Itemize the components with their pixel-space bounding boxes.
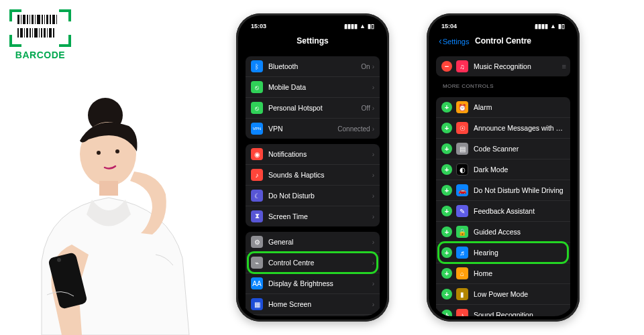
more-row-do-not-disturb-while-driving[interactable]: +🚗Do Not Disturb While Driving (436, 180, 570, 200)
music-icon: ♫ (456, 60, 468, 72)
add-button[interactable]: + (441, 185, 452, 196)
settings-row-personal-hotspot[interactable]: ⎋Personal HotspotOff› (246, 97, 380, 118)
add-button[interactable]: + (441, 206, 452, 216)
phone-settings: 15:03 ▮▮▮▮ ▲ ▮▯ Settings ᛒBluetoothOn›⎋M… (236, 13, 389, 322)
settings-row-bluetooth[interactable]: ᛒBluetoothOn› (246, 56, 380, 76)
settings-row-notifications[interactable]: ◉Notifications› (246, 144, 380, 164)
included-row-music-recognition[interactable]: −♫Music Recognition≡ (436, 56, 570, 76)
add-button[interactable]: + (441, 310, 452, 316)
display-icon: AA (251, 277, 263, 289)
row-value: On (361, 63, 370, 70)
row-label: Screen Time (268, 212, 372, 220)
more-row-hearing[interactable]: +♬Hearing (436, 242, 570, 263)
settings-row-mobile-data[interactable]: ⎋Mobile Data› (246, 76, 380, 97)
row-label: Do Not Disturb (268, 192, 372, 200)
more-row-code-scanner[interactable]: +▤Code Scanner (436, 138, 570, 159)
row-label: Notifications (268, 150, 372, 158)
row-label: Hearing (474, 249, 565, 257)
svg-point-5 (97, 151, 101, 155)
settings-group: ◉Notifications›♪Sounds & Haptics›☾Do Not… (246, 144, 380, 226)
svg-rect-2 (99, 181, 118, 196)
settings-row-general[interactable]: ⚙General› (246, 232, 380, 252)
stage: BARCODE (0, 0, 644, 335)
speaker-icon: ♪ (251, 169, 263, 181)
antenna-icon: ⎋ (251, 81, 263, 93)
barcode-logo: BARCODE (9, 9, 71, 60)
signal-icon: ▮▮▮▮ (535, 23, 548, 29)
switches-icon: ⌁ (251, 257, 263, 269)
row-label: Sounds & Haptics (268, 171, 372, 179)
more-row-home[interactable]: +⌂Home (436, 263, 570, 283)
row-label: General (268, 238, 372, 246)
more-row-announce-messages-with-siri[interactable]: +☉Announce Messages with Siri (436, 117, 570, 138)
more-row-guided-access[interactable]: +🔒Guided Access (436, 221, 570, 242)
row-label: Feedback Assistant (474, 207, 565, 215)
add-button[interactable]: + (441, 247, 452, 258)
hourglass-icon: ⧗ (251, 210, 263, 222)
remove-button[interactable]: − (441, 61, 452, 72)
settings-row-do-not-disturb[interactable]: ☾Do Not Disturb› (246, 185, 380, 206)
more-controls-group: +⏰Alarm+☉Announce Messages with Siri+▤Co… (436, 97, 570, 316)
battery-icon: ▮▯ (368, 23, 374, 29)
add-button[interactable]: + (441, 289, 452, 299)
included-controls-group: −♫Music Recognition≡ (436, 56, 570, 76)
alarm-icon: ⏰ (456, 101, 468, 113)
settings-row-sounds-haptics[interactable]: ♪Sounds & Haptics› (246, 164, 380, 185)
row-label: Mobile Data (268, 83, 372, 91)
row-label: Home (474, 269, 565, 277)
settings-row-display-brightness[interactable]: AADisplay & Brightness› (246, 273, 380, 293)
phone-control-centre: 15:04 ▮▮▮▮ ▲ ▮▯ Settings Control Centre … (427, 13, 580, 322)
add-button[interactable]: + (441, 143, 452, 154)
notch (471, 19, 535, 31)
settings-group: ᛒBluetoothOn›⎋Mobile Data›⎋Personal Hots… (246, 56, 380, 139)
more-controls-header: MORE CONTROLS (436, 76, 570, 92)
chevron-right-icon: › (372, 125, 374, 133)
logo-text: BARCODE (9, 50, 71, 60)
more-row-alarm[interactable]: +⏰Alarm (436, 97, 570, 117)
row-value: Off (362, 105, 370, 112)
more-row-sound-recognition[interactable]: +♪Sound Recognition (436, 304, 570, 316)
chevron-right-icon: › (372, 63, 374, 70)
chevron-right-icon: › (372, 213, 374, 220)
bluetooth-icon: ᛒ (251, 60, 263, 72)
row-label: Dark Mode (474, 165, 565, 174)
drag-handle-icon[interactable]: ≡ (562, 62, 565, 70)
row-label: VPN (268, 125, 337, 133)
page-title: Control Centre (475, 36, 531, 46)
car-icon: 🚗 (456, 184, 468, 196)
row-label: Do Not Disturb While Driving (474, 186, 565, 194)
battery-icon: ▮▯ (558, 23, 565, 29)
more-row-dark-mode[interactable]: +◐Dark Mode (436, 159, 570, 180)
lock-icon: 🔒 (456, 226, 468, 238)
add-button[interactable]: + (441, 123, 452, 133)
row-label: Home Screen (268, 300, 372, 308)
add-button[interactable]: + (441, 268, 452, 279)
add-button[interactable]: + (441, 102, 452, 113)
add-button[interactable]: + (441, 226, 452, 237)
signal-icon: ▮▮▮▮ (344, 23, 358, 29)
settings-row-control-centre[interactable]: ⌁Control Centre› (246, 252, 380, 273)
row-label: Code Scanner (474, 145, 565, 153)
chevron-right-icon: › (372, 172, 374, 179)
row-label: Guided Access (474, 228, 565, 236)
back-button[interactable]: Settings (439, 36, 469, 46)
add-button[interactable]: + (441, 164, 452, 175)
darkmode-icon: ◐ (456, 163, 468, 176)
status-time: 15:03 (251, 23, 266, 29)
moon-icon: ☾ (251, 190, 263, 202)
sound-icon: ♪ (456, 309, 468, 316)
notch (280, 19, 345, 31)
more-row-feedback-assistant[interactable]: +✎Feedback Assistant (436, 200, 570, 221)
feedback-icon: ✎ (456, 205, 468, 217)
settings-row-vpn[interactable]: VPNVPNConnected› (246, 118, 380, 139)
nav-header: Settings Control Centre (432, 32, 574, 51)
settings-row-accessibility[interactable]: ◌Accessibility› (246, 314, 380, 316)
announce-icon: ☉ (456, 122, 468, 134)
settings-row-home-screen[interactable]: ▦Home Screen› (246, 293, 380, 314)
bell-icon: ◉ (251, 148, 263, 160)
more-row-low-power-mode[interactable]: +▮Low Power Mode (436, 283, 570, 304)
status-time: 15:04 (441, 23, 457, 29)
page-title: Settings (297, 36, 328, 46)
settings-row-screen-time[interactable]: ⧗Screen Time› (246, 206, 380, 226)
row-label: Display & Brightness (268, 279, 372, 287)
